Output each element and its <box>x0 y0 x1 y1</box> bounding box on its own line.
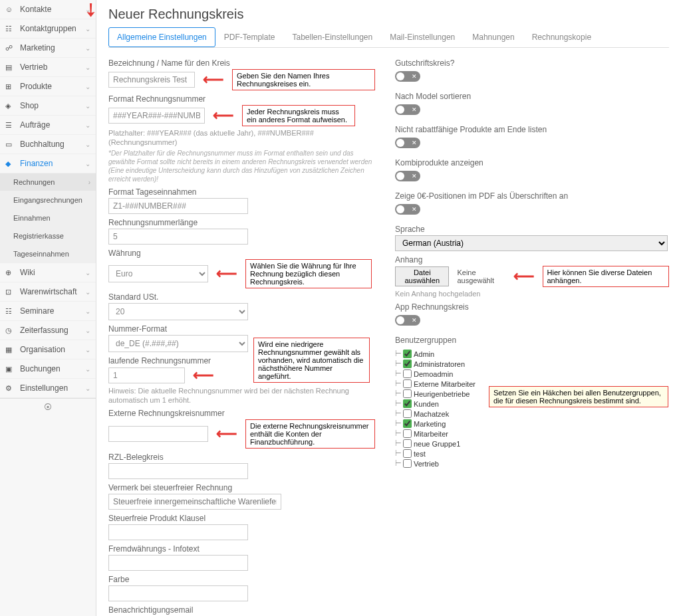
zeropos-toggle[interactable]: ✕ <box>395 204 420 215</box>
tab-allgemeine[interactable]: Allgemeine Einstellungen <box>108 27 215 47</box>
sidebar-item-organisation[interactable]: ▦Organisation⌄ <box>0 340 96 359</box>
group-checkbox[interactable] <box>403 389 412 398</box>
sidebar-item-marketing[interactable]: ☍Marketing⌄ <box>0 39 96 58</box>
sidebar-sub-tageseinnahmen[interactable]: Tageseinnahmen <box>0 245 96 263</box>
sidebar-item-einstellungen[interactable]: ⚙Einstellungen⌄ <box>0 379 96 398</box>
sidebar-sub-einnahmen[interactable]: Einnahmen <box>0 209 96 227</box>
label: Aufträge <box>20 120 50 130</box>
fremd-input[interactable] <box>108 555 248 571</box>
chevron-down-icon: ⌄ <box>85 160 90 167</box>
group-item[interactable]: ⊢Externe Mitarbeiter <box>395 379 476 389</box>
format-input[interactable] <box>108 108 205 124</box>
group-item[interactable]: ⊢Mitarbeiter <box>395 429 476 439</box>
group-checkbox[interactable] <box>403 399 412 408</box>
group-item[interactable]: ⊢neue Gruppe1 <box>395 439 476 449</box>
group-name: Demoadmin <box>414 370 453 378</box>
sidebar-item-seminare[interactable]: ☷Seminare⌄ <box>0 302 96 321</box>
kombi-label: Kombiprodukte anzeigen <box>395 158 669 167</box>
group-item[interactable]: ⊢Marketing <box>395 419 476 429</box>
chevron-left-icon: ⦿ <box>44 403 52 412</box>
tab-mail[interactable]: Mail-Einstellungen <box>381 27 464 47</box>
group-checkbox[interactable] <box>403 369 412 378</box>
group-item[interactable]: ⊢test <box>395 449 476 459</box>
label: Rechnungen <box>13 178 55 186</box>
extern-callout: Die externe Rechnungskreisnummer enthält… <box>245 419 375 449</box>
model-toggle[interactable]: ✕ <box>395 104 420 115</box>
kombi-toggle[interactable]: ✕ <box>395 171 420 181</box>
anhang-hint: Kein Anhang hochgeladen <box>395 289 669 298</box>
ust-select[interactable]: 20 <box>108 303 248 320</box>
sidebar-sub-registrierkasse[interactable]: Registrierkasse <box>0 227 96 245</box>
tab-pdf-template[interactable]: PDF-Template <box>215 27 284 47</box>
rzl-input[interactable] <box>108 463 248 479</box>
platzhalter-hint: *Der Platzhalter für die Rechnungsnummer… <box>108 149 375 183</box>
globe-icon: ⊕ <box>5 268 16 277</box>
arrow-left-icon: ⟵ <box>213 107 234 124</box>
app-toggle[interactable]: ✕ <box>395 315 420 326</box>
group-item[interactable]: ⊢Vertrieb <box>395 459 476 468</box>
book2-icon: ▣ <box>5 365 16 373</box>
tages-input[interactable] <box>108 198 248 214</box>
sidebar-item-vertrieb[interactable]: ▤Vertrieb⌄ <box>0 58 96 77</box>
group-checkbox[interactable] <box>403 409 412 418</box>
numfmt-label: Nummer-Format <box>108 324 375 334</box>
tree-branch-icon: ⊢ <box>395 379 402 388</box>
group-checkbox[interactable] <box>403 350 412 358</box>
sidebar-collapse-button[interactable]: ⦿ <box>0 398 96 416</box>
group-checkbox[interactable] <box>403 429 412 438</box>
tab-mahnungen[interactable]: Mahnungen <box>464 27 523 47</box>
gutschrift-label: Gutschriftskreis? <box>395 58 669 68</box>
numfmt-select[interactable]: de_DE (#.###,##) <box>108 335 248 352</box>
sidebar-item-kontaktgruppen[interactable]: ☷Kontaktgruppen⌄ <box>0 19 96 39</box>
book-icon: ▭ <box>5 140 16 149</box>
tab-rechnungskopie[interactable]: Rechnungskopie <box>523 27 600 47</box>
sidebar-item-finanzen[interactable]: ◆Finanzen⌄ <box>0 154 96 173</box>
name-input[interactable] <box>108 72 195 88</box>
sidebar-item-wiki[interactable]: ⊕Wiki⌄ <box>0 263 96 282</box>
sidebar-sub-eingangsrechnungen[interactable]: Eingangsrechnungen <box>0 191 96 209</box>
sidebar-item-buchungen[interactable]: ▣Buchungen⌄ <box>0 359 96 379</box>
klausel-input[interactable] <box>108 524 248 540</box>
group-checkbox[interactable] <box>403 379 412 388</box>
running-input[interactable] <box>108 367 185 383</box>
sidebar-item-shop[interactable]: ◈Shop⌄ <box>0 96 96 116</box>
sprache-select[interactable]: German (Austria) <box>395 235 668 251</box>
anhang-label: Anhang <box>395 255 669 264</box>
currency-select[interactable]: Euro <box>108 265 208 282</box>
chevron-down-icon: ⌄ <box>85 308 90 315</box>
tree-branch-icon: ⊢ <box>395 399 402 408</box>
sidebar-item-auftraege[interactable]: ☰Aufträge⌄ <box>0 116 96 135</box>
group-checkbox[interactable] <box>403 459 412 468</box>
sidebar-item-produkte[interactable]: ⊞Produkte⌄ <box>0 77 96 96</box>
vermerk-input[interactable] <box>108 494 281 510</box>
rabatt-toggle[interactable]: ✕ <box>395 138 420 148</box>
group-checkbox[interactable] <box>403 449 412 458</box>
farbe-input[interactable] <box>108 585 248 601</box>
sidebar-sub-rechnungen[interactable]: Rechnungen› <box>0 173 96 191</box>
group-item[interactable]: ⊢Admin <box>395 349 476 359</box>
group-checkbox[interactable] <box>403 439 412 448</box>
group-checkbox[interactable] <box>403 419 412 428</box>
numlen-input[interactable] <box>108 229 248 245</box>
main-content: ➘ Neuer Rechnungskreis Allgemeine Einste… <box>96 0 681 616</box>
sidebar-item-warenwirtschaft[interactable]: ⊡Warenwirtschaft⌄ <box>0 282 96 302</box>
group-item[interactable]: ⊢Administratoren <box>395 359 476 369</box>
tab-tabellen[interactable]: Tabellen-Einstellungen <box>283 27 381 47</box>
group-item[interactable]: ⊢Heurigenbetriebe <box>395 389 476 399</box>
group-item[interactable]: ⊢Kunden <box>395 399 476 409</box>
currency-label: Währung <box>108 249 375 258</box>
extern-input[interactable] <box>108 426 208 442</box>
tages-label: Format Tageseinnahmen <box>108 187 375 197</box>
gutschrift-toggle[interactable]: ✕ <box>395 71 420 82</box>
group-item[interactable]: ⊢Machatzek <box>395 409 476 419</box>
label: Einstellungen <box>20 383 68 393</box>
file-select-button[interactable]: Datei auswählen <box>395 266 449 286</box>
group-checkbox[interactable] <box>403 359 412 368</box>
sidebar-item-buchhaltung[interactable]: ▭Buchhaltung⌄ <box>0 135 96 154</box>
label: Organisation <box>20 345 65 354</box>
tag-icon: ◈ <box>5 102 16 110</box>
email-label: Benachrichtigungsemail <box>108 605 375 615</box>
gear-icon: ⚙ <box>5 384 16 393</box>
sidebar-item-zeiterfassung[interactable]: ◷Zeiterfassung⌄ <box>0 321 96 340</box>
group-item[interactable]: ⊢Demoadmin <box>395 369 476 379</box>
